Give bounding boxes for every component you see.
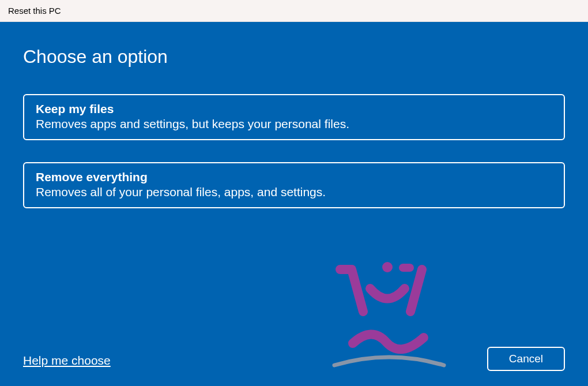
titlebar: Reset this PC: [0, 0, 588, 22]
option-keep-my-files[interactable]: Keep my files Removes apps and settings,…: [23, 94, 565, 140]
cancel-button[interactable]: Cancel: [487, 347, 565, 371]
option-title: Keep my files: [36, 102, 552, 116]
content-area: Choose an option Keep my files Removes a…: [0, 22, 588, 386]
window-title: Reset this PC: [8, 6, 61, 16]
option-remove-everything[interactable]: Remove everything Removes all of your pe…: [23, 162, 565, 208]
option-title: Remove everything: [36, 170, 552, 184]
svg-rect-1: [399, 264, 414, 272]
option-description: Removes apps and settings, but keeps you…: [36, 117, 552, 131]
page-title: Choose an option: [23, 46, 565, 68]
footer: Help me choose Cancel: [23, 347, 565, 371]
help-me-choose-link[interactable]: Help me choose: [23, 354, 111, 371]
options-list: Keep my files Removes apps and settings,…: [23, 94, 565, 208]
svg-point-0: [382, 262, 393, 272]
option-description: Removes all of your personal files, apps…: [36, 185, 552, 199]
